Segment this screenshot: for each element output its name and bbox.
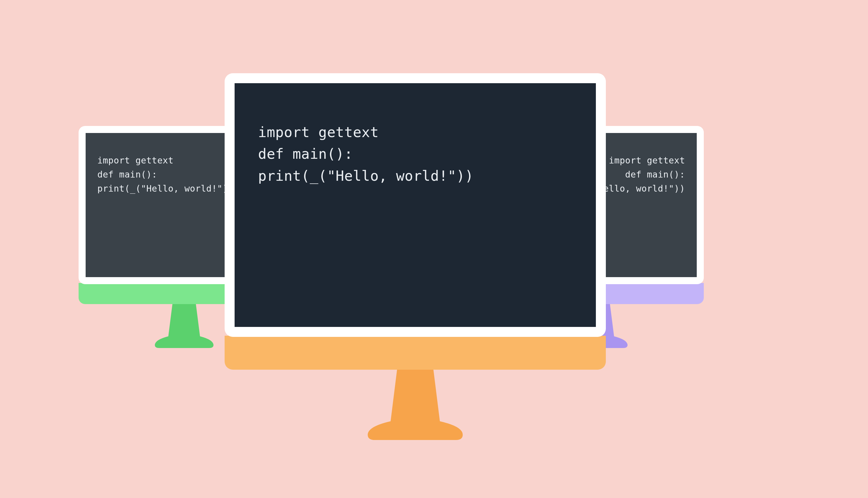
monitor-center-bezel: import gettext def main(): print(_("Hell… — [225, 73, 606, 337]
monitor-center: import gettext def main(): print(_("Hell… — [225, 73, 606, 440]
code-line: def main(): — [625, 169, 685, 180]
code-line: import gettext — [609, 155, 685, 166]
monitor-center-code: import gettext def main(): print(_("Hell… — [234, 83, 596, 187]
monitor-center-stand-icon — [362, 370, 468, 440]
monitor-left-stand-icon — [152, 304, 216, 348]
illustration-stage: import gettext def main(): print(_("Hell… — [0, 0, 868, 498]
monitor-center-stand-wrap — [225, 370, 606, 440]
monitor-center-screen: import gettext def main(): print(_("Hell… — [234, 83, 596, 327]
monitor-center-chin — [225, 336, 606, 370]
